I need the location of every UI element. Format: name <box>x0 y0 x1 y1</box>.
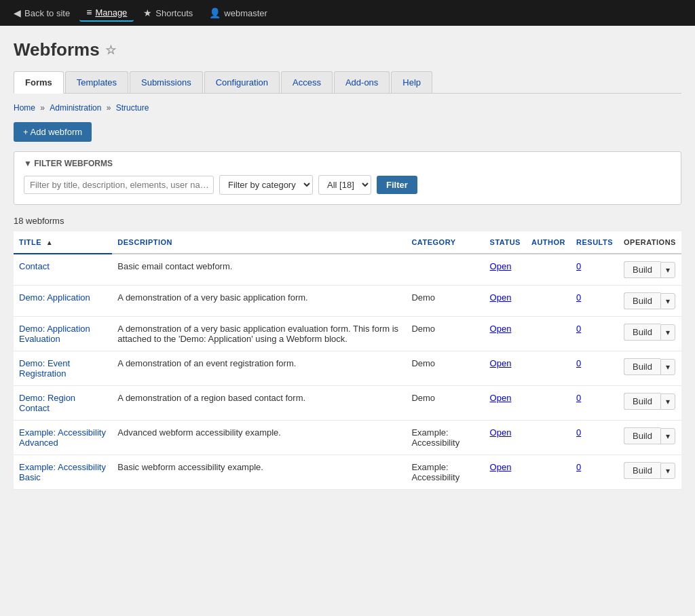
operations-dropdown-button[interactable]: ▾ <box>660 359 675 375</box>
filter-category-select[interactable]: Filter by category <box>219 175 313 195</box>
operations-dropdown-button[interactable]: ▾ <box>660 393 675 410</box>
filter-section: ▼ FILTER WEBFORMS Filter by category All… <box>14 151 681 205</box>
row-operations: Build▾ <box>618 386 681 421</box>
manage-label: Manage <box>95 7 127 18</box>
row-description: A demonstration of a very basic applicat… <box>112 317 406 351</box>
filter-button[interactable]: Filter <box>377 176 417 194</box>
manage-button[interactable]: ≡ Manage <box>79 4 134 22</box>
row-results-link[interactable]: 0 <box>576 261 581 271</box>
operations-dropdown-button[interactable]: ▾ <box>660 293 675 309</box>
col-header-status[interactable]: STATUS <box>485 231 526 254</box>
row-status-link[interactable]: Open <box>490 358 512 368</box>
row-operations: Build▾ <box>618 254 681 286</box>
row-results-link[interactable]: 0 <box>576 324 581 334</box>
col-header-results[interactable]: RESULTS <box>571 231 618 254</box>
build-button[interactable]: Build <box>624 358 660 375</box>
row-results: 0 <box>571 421 618 455</box>
col-header-description: DESCRIPTION <box>112 231 406 254</box>
back-to-site-button[interactable]: ◀ Back to site <box>7 5 77 21</box>
page-title: Webforms ☆ <box>14 39 681 60</box>
row-results-link[interactable]: 0 <box>576 427 581 438</box>
table-row: Demo: Event RegistrationA demonstration … <box>14 351 681 386</box>
back-icon: ◀ <box>14 7 21 18</box>
row-status-link[interactable]: Open <box>490 292 512 303</box>
breadcrumb-link-0[interactable]: Home <box>14 103 35 113</box>
col-header-author[interactable]: AUTHOR <box>526 231 571 254</box>
build-button[interactable]: Build <box>624 462 660 479</box>
row-title-link[interactable]: Demo: Event Registration <box>19 358 70 379</box>
row-operations: Build▾ <box>618 421 681 455</box>
row-title-link[interactable]: Contact <box>19 261 50 271</box>
build-button[interactable]: Build <box>624 261 660 278</box>
tab-forms[interactable]: Forms <box>14 71 64 94</box>
build-button[interactable]: Build <box>624 324 660 341</box>
tab-help[interactable]: Help <box>391 71 432 93</box>
row-title-link[interactable]: Example: Accessibility Basic <box>19 462 106 482</box>
row-results-link[interactable]: 0 <box>576 393 581 403</box>
operations-dropdown-button[interactable]: ▾ <box>660 262 675 278</box>
row-status-link[interactable]: Open <box>490 462 512 472</box>
row-status: Open <box>485 386 526 421</box>
row-category: Demo <box>406 317 484 351</box>
row-status-link[interactable]: Open <box>490 261 512 271</box>
operations-dropdown-button[interactable]: ▾ <box>660 463 675 479</box>
tab-templates[interactable]: Templates <box>65 71 128 93</box>
filter-text-input[interactable] <box>24 176 214 194</box>
row-title-link[interactable]: Example: Accessibility Advanced <box>19 427 106 448</box>
build-button[interactable]: Build <box>624 393 660 410</box>
row-description: A demonstration of a region based contac… <box>112 386 406 421</box>
tab-addons[interactable]: Add-ons <box>334 71 390 93</box>
row-status: Open <box>485 286 526 317</box>
row-status: Open <box>485 455 526 490</box>
favorite-icon[interactable]: ☆ <box>105 43 116 58</box>
row-status-link[interactable]: Open <box>490 324 512 334</box>
tab-submissions[interactable]: Submissions <box>130 71 203 93</box>
row-status: Open <box>485 421 526 455</box>
table-row: ContactBasic email contact webform.Open0… <box>14 254 681 286</box>
row-description: A demonstration of a very basic applicat… <box>112 286 406 317</box>
build-button[interactable]: Build <box>624 427 660 444</box>
breadcrumb: Home » Administration » Structure <box>14 103 681 113</box>
row-operations: Build▾ <box>618 317 681 351</box>
row-status: Open <box>485 351 526 386</box>
breadcrumb-link-1[interactable]: Administration <box>50 103 101 113</box>
col-header-title[interactable]: TITLE ▲ <box>14 231 112 254</box>
operations-dropdown-button[interactable]: ▾ <box>660 428 675 444</box>
row-category: Demo <box>406 386 484 421</box>
table-body: ContactBasic email contact webform.Open0… <box>14 254 681 490</box>
user-button[interactable]: 👤 webmaster <box>202 5 274 21</box>
row-title-link[interactable]: Demo: Application <box>19 292 90 303</box>
breadcrumb-link-2[interactable]: Structure <box>116 103 149 113</box>
row-title-link[interactable]: Demo: Region Contact <box>19 393 75 413</box>
row-author <box>526 455 571 490</box>
row-author <box>526 286 571 317</box>
row-description: Advanced webform accessibility example. <box>112 421 406 455</box>
star-icon: ★ <box>143 7 152 18</box>
operations-dropdown-button[interactable]: ▾ <box>660 324 675 341</box>
row-title-link[interactable]: Demo: Application Evaluation <box>19 324 90 344</box>
build-button[interactable]: Build <box>624 292 660 309</box>
filter-section-title: ▼ FILTER WEBFORMS <box>24 159 671 168</box>
row-status-link[interactable]: Open <box>490 427 512 438</box>
row-status: Open <box>485 317 526 351</box>
row-results: 0 <box>571 286 618 317</box>
row-status-link[interactable]: Open <box>490 393 512 403</box>
shortcuts-button[interactable]: ★ Shortcuts <box>136 5 200 21</box>
row-results-link[interactable]: 0 <box>576 292 581 303</box>
page-title-text: Webforms <box>14 39 100 60</box>
col-header-category[interactable]: CATEGORY <box>406 231 484 254</box>
tab-configuration[interactable]: Configuration <box>204 71 280 93</box>
tab-access[interactable]: Access <box>281 71 333 93</box>
col-header-operations: OPERATIONS <box>618 231 681 254</box>
user-label: webmaster <box>224 8 267 18</box>
row-results-link[interactable]: 0 <box>576 462 581 472</box>
row-operations: Build▾ <box>618 286 681 317</box>
row-author <box>526 317 571 351</box>
row-category: Demo <box>406 286 484 317</box>
user-icon: 👤 <box>209 7 221 18</box>
filter-all-select[interactable]: All [18] <box>318 175 371 195</box>
row-results-link[interactable]: 0 <box>576 358 581 368</box>
row-description: Basic email contact webform. <box>112 254 406 286</box>
add-webform-button[interactable]: + Add webform <box>14 122 92 142</box>
table-row: Demo: ApplicationA demonstration of a ve… <box>14 286 681 317</box>
